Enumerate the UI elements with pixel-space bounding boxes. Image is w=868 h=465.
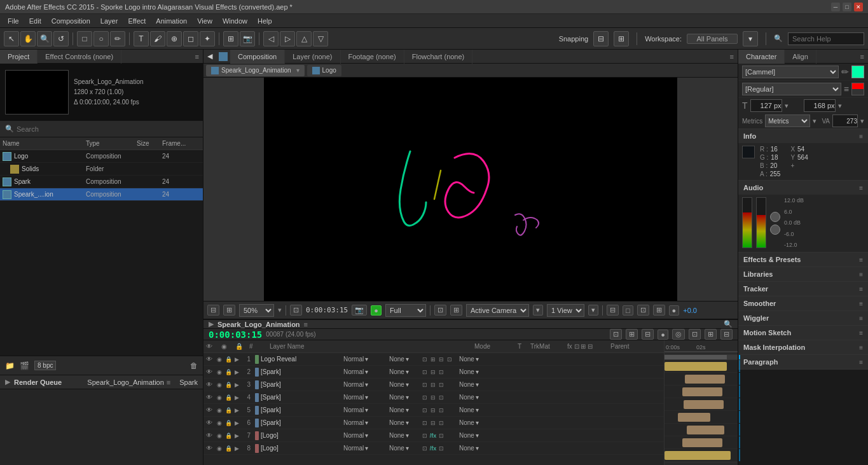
viewer-icon7[interactable]: ⊞ <box>653 305 665 316</box>
li-c2-2[interactable]: ⊡ <box>437 368 445 376</box>
trk-arrow-1[interactable]: ▾ <box>406 356 409 363</box>
snapping-btn2[interactable]: ⊞ <box>614 31 629 46</box>
layer-solo-2[interactable]: ◉ <box>215 369 224 375</box>
tab-align[interactable]: Align <box>785 50 816 64</box>
close-button[interactable]: ✕ <box>854 3 863 11</box>
parent-arrow-1[interactable]: ▾ <box>476 356 479 363</box>
tool-zoom[interactable]: 🔍 <box>37 31 52 46</box>
views-arrow[interactable]: ▾ <box>588 305 598 316</box>
trk-arrow-7[interactable]: ▾ <box>406 432 409 439</box>
mode-arrow-1[interactable]: ▾ <box>365 356 368 363</box>
list-item[interactable]: Speark_....ion Composition 24 <box>0 188 203 201</box>
li-a-3[interactable]: ⊡ <box>421 381 429 389</box>
menu-file[interactable]: File <box>3 16 24 26</box>
viewer-icon2[interactable]: ⊡ <box>434 305 446 316</box>
tl-ctrl-btn5[interactable]: ◎ <box>672 329 685 340</box>
expand-3[interactable]: ▶ <box>235 382 239 388</box>
info-menu[interactable]: ≡ <box>859 133 863 140</box>
tool-pen[interactable]: ✏ <box>110 31 125 46</box>
viewer-icon6[interactable]: ⊡ <box>637 305 649 316</box>
tab-footage[interactable]: Footage (none) <box>341 50 404 64</box>
trk-arrow-4[interactable]: ▾ <box>406 394 409 401</box>
new-folder-btn[interactable]: 📁 <box>5 361 15 370</box>
tl-header-menu[interactable]: ≡ <box>304 321 308 328</box>
project-panel-menu[interactable]: ≡ <box>191 53 203 60</box>
layer-vis-2[interactable]: 👁 <box>203 366 215 378</box>
menu-animation[interactable]: Animation <box>151 16 192 26</box>
layer-bar-3[interactable] <box>682 387 722 396</box>
layer-vis-1[interactable]: 👁 <box>203 353 215 366</box>
subtab-logo[interactable]: Logo <box>307 65 341 76</box>
trk-arrow-3[interactable]: ▾ <box>406 381 409 388</box>
parent-arrow-3[interactable]: ▾ <box>476 381 479 388</box>
li-b-6[interactable]: ⊟ <box>429 419 437 427</box>
menu-view[interactable]: View <box>192 16 217 26</box>
metrics-select[interactable]: Metrics <box>765 115 810 127</box>
li-a-5[interactable]: ⊡ <box>421 406 429 414</box>
camera-select[interactable]: Active Camera <box>466 304 529 317</box>
leading-arrow[interactable]: ▾ <box>838 102 842 110</box>
layer-lock-6[interactable]: 🔒 <box>224 420 233 426</box>
menu-layer[interactable]: Layer <box>95 16 123 26</box>
search-help-input[interactable] <box>788 32 864 45</box>
li-fx-badge-7[interactable]: /fx <box>429 432 437 440</box>
delete-btn[interactable]: 🗑 <box>190 361 198 370</box>
expand-6[interactable]: ▶ <box>235 420 239 426</box>
tl-scroll-bar[interactable] <box>665 462 738 465</box>
tool-brush[interactable]: 🖌 <box>150 31 165 46</box>
effects-presets-header[interactable]: Effects & Presets ≡ <box>738 253 868 267</box>
tl-ctrl-btn8[interactable]: ⊟ <box>720 329 733 340</box>
font-size-input[interactable] <box>750 99 782 112</box>
size-arrow[interactable]: ▾ <box>785 102 789 110</box>
viewer-icon8[interactable]: ● <box>669 305 680 316</box>
layer-lock-5[interactable]: 🔒 <box>224 407 233 413</box>
li-a-6[interactable]: ⊡ <box>421 419 429 427</box>
work-area-bar[interactable] <box>665 355 738 360</box>
minimize-button[interactable]: ─ <box>831 3 840 11</box>
tool-align-right[interactable]: ▷ <box>280 31 295 46</box>
layer-solo-6[interactable]: ◉ <box>215 420 224 426</box>
li-b-5[interactable]: ⊟ <box>429 406 437 414</box>
mode-arrow-5[interactable]: ▾ <box>365 406 368 413</box>
tl-ctrl-btn3[interactable]: ⊟ <box>642 329 654 340</box>
layer-row[interactable]: 👁 ◉ 🔒 ▶ 7 [Logo] Normal ▾ None ▾ ⊡ /fx <box>203 429 664 442</box>
li-c-3[interactable]: ⊡ <box>437 381 445 389</box>
mask-interpolation-header[interactable]: Mask Interpolation ≡ <box>738 340 868 354</box>
trk-arrow-2[interactable]: ▾ <box>406 368 409 375</box>
font-style-select[interactable]: [Regular] <box>742 83 841 95</box>
viewer-snap-btn[interactable]: ⊟ <box>207 305 219 316</box>
li-s-1[interactable]: ⊟ <box>437 356 445 363</box>
audio-menu[interactable]: ≡ <box>859 184 863 191</box>
mode-arrow-4[interactable]: ▾ <box>365 394 368 401</box>
parent-arrow-4[interactable]: ▾ <box>476 394 479 401</box>
layer-row[interactable]: 👁 ◉ 🔒 ▶ 2 [Spark] Normal ▾ None ▾ ⊡ ⊟ <box>203 366 664 378</box>
li-b-4[interactable]: ⊟ <box>429 394 437 401</box>
motion-sketch-menu[interactable]: ≡ <box>859 330 863 337</box>
libraries-menu[interactable]: ≡ <box>859 271 863 278</box>
expand-8[interactable]: ▶ <box>235 445 239 452</box>
layer-solo-5[interactable]: ◉ <box>215 407 224 413</box>
workspace-chevron[interactable]: ▾ <box>743 31 758 46</box>
li-c-8[interactable]: ⊡ <box>437 445 445 452</box>
layer-solo-1[interactable]: ◉ <box>215 356 224 363</box>
tool-mask-rect[interactable]: □ <box>77 31 92 46</box>
layer-row[interactable]: 👁 ◉ 🔒 ▶ 1 Logo Reveal Normal ▾ None ▾ ⊡ … <box>203 353 664 366</box>
parent-arrow-2[interactable]: ▾ <box>476 368 479 375</box>
list-item[interactable]: Solids Folder <box>0 163 203 176</box>
font-edit-icon[interactable]: ✏ <box>841 67 849 77</box>
libraries-header[interactable]: Libraries ≡ <box>738 267 868 281</box>
tool-track[interactable]: ⊞ <box>223 31 238 46</box>
mask-interpolation-menu[interactable]: ≡ <box>859 344 863 351</box>
viewer-grid-btn[interactable]: ⊞ <box>223 305 235 316</box>
zoom-select[interactable]: 50%100%25% <box>239 304 274 317</box>
viewer-icon5[interactable]: □ <box>623 305 633 316</box>
layer-vis-4[interactable]: 👁 <box>203 391 215 404</box>
expand-5[interactable]: ▶ <box>235 407 239 413</box>
menu-help[interactable]: Help <box>252 16 277 26</box>
audio-header[interactable]: Audio ≡ <box>738 181 868 195</box>
li-b-3[interactable]: ⊟ <box>429 381 437 389</box>
tracker-menu[interactable]: ≡ <box>859 286 863 293</box>
render-queue-menu[interactable]: ≡ <box>167 378 170 386</box>
layer-bar-7[interactable] <box>682 438 722 447</box>
layer-vis-8[interactable]: 👁 <box>203 442 215 455</box>
